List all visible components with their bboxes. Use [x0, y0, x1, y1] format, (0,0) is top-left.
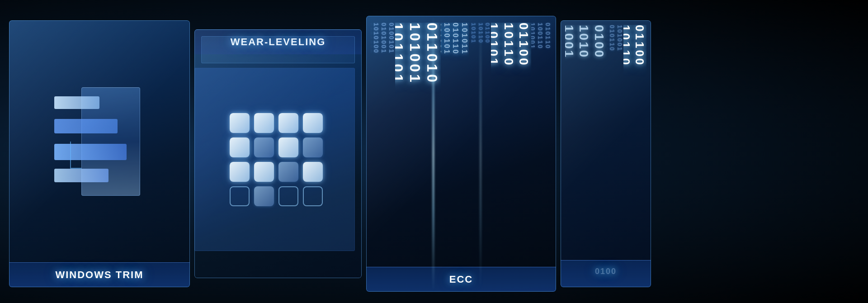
windows-trim-icon-area [9, 20, 190, 262]
card-ecc[interactable]: 0100101010100110101001001010011010101001… [366, 16, 556, 292]
partial-card-label: 0100 [561, 260, 651, 287]
main-scene: WINDOWS TRIM [0, 0, 868, 303]
grid-cell [230, 137, 250, 157]
ecc-glow-line-2 [480, 16, 481, 292]
grid-cell [278, 186, 298, 206]
wtrim-bar-1 [54, 96, 99, 109]
grid-cell [303, 113, 323, 133]
grid-cell [278, 137, 298, 157]
windows-trim-label: WINDOWS TRIM [9, 262, 190, 287]
card-partial: 01001010100101101010 1010010101101001101… [561, 20, 651, 287]
partial-binary-col-1: 01001010100101101010 [565, 25, 607, 256]
wear-top-panel [201, 36, 355, 63]
partial-binary-area: 01001010100101101010 1010010101101001101… [561, 20, 651, 260]
ecc-binary-area: 0100101010100110101001001010011010101001… [366, 16, 556, 267]
grid-cell [278, 113, 298, 133]
wtrim-bar-3 [54, 144, 127, 160]
card-wear-leveling[interactable]: WEAR-LEVELING [194, 29, 362, 278]
wear-grid-bg [195, 68, 354, 251]
wtrim-bar-4 [54, 169, 108, 182]
card-windows-trim[interactable]: WINDOWS TRIM [9, 20, 190, 287]
ecc-glow-line-1 [433, 16, 434, 292]
partial-binary-col-2: 101001010110100110101001 [607, 25, 623, 256]
binary-col-6: 010110100110101001010110011010 [531, 23, 552, 260]
ecc-label-text: ECC [449, 274, 473, 285]
wear-sub-panel [194, 68, 355, 251]
grid-cell [254, 113, 274, 133]
grid-cell [254, 137, 274, 157]
binary-col-3: 101011010110100101101001011010110101 [441, 23, 468, 260]
windows-trim-label-text: WINDOWS TRIM [55, 269, 143, 280]
binary-col-2: 011010101001101101011001110011 [395, 23, 441, 260]
grid-cell [230, 186, 250, 206]
windows-trim-visual [54, 78, 145, 205]
grid-cell [303, 137, 323, 157]
grid-cell [230, 162, 250, 182]
wtrim-connector [70, 142, 81, 169]
wtrim-bar-2 [54, 119, 118, 133]
partial-binary-col-3: 011001011010011 [623, 25, 646, 256]
cards-container: WINDOWS TRIM [5, 9, 654, 294]
wear-leveling-grid [225, 109, 325, 211]
grid-cell [254, 186, 274, 206]
grid-cell [254, 162, 274, 182]
grid-cell [303, 162, 323, 182]
binary-col-5: 0110010110101011001101110 [491, 23, 531, 260]
grid-cell [303, 186, 323, 206]
grid-cell [278, 162, 298, 182]
grid-cell [230, 113, 250, 133]
binary-col-1: 0100101010100110101001001010011010101001… [371, 23, 395, 260]
ecc-label: ECC [366, 267, 556, 292]
partial-label-text: 0100 [595, 267, 617, 276]
